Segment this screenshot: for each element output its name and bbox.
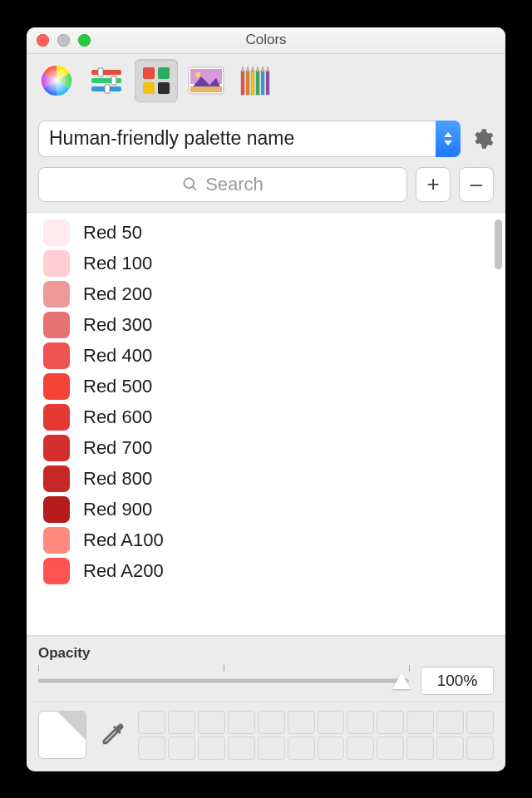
color-list: Red 50Red 100Red 200Red 300Red 400Red 50…	[27, 212, 505, 636]
opacity-label: Opacity	[38, 645, 494, 662]
swatch-well[interactable]	[466, 711, 494, 734]
color-name: Red 500	[83, 376, 152, 397]
color-swatch	[43, 496, 70, 523]
gear-icon[interactable]	[470, 127, 494, 150]
color-row[interactable]: Red 900	[27, 495, 505, 525]
zoom-button[interactable]	[78, 34, 91, 47]
swatch-well[interactable]	[347, 711, 374, 734]
opacity-slider[interactable]	[38, 672, 409, 690]
add-color-button[interactable]: +	[416, 167, 451, 202]
color-swatch	[43, 466, 70, 492]
image-icon	[188, 66, 224, 95]
swatch-wells	[138, 711, 494, 760]
current-color-well[interactable]	[38, 711, 86, 759]
svg-rect-8	[158, 67, 170, 79]
svg-rect-7	[143, 67, 155, 79]
close-button[interactable]	[37, 34, 49, 47]
color-row[interactable]: Red 300	[27, 310, 505, 341]
svg-rect-4	[98, 68, 103, 76]
swatch-well[interactable]	[228, 736, 255, 760]
swatch-well[interactable]	[406, 711, 434, 734]
swatch-well[interactable]	[168, 736, 195, 760]
color-name: Red 700	[83, 437, 152, 459]
swatch-well[interactable]	[466, 736, 494, 760]
svg-marker-27	[266, 66, 269, 71]
scrollbar-thumb[interactable]	[495, 219, 502, 269]
swatch-well[interactable]	[377, 711, 404, 734]
swatch-well[interactable]	[347, 736, 374, 760]
color-row[interactable]: Red 400	[27, 341, 505, 372]
minimize-button[interactable]	[57, 34, 70, 47]
color-row[interactable]: Red 700	[27, 433, 505, 464]
swatch-well[interactable]	[198, 736, 225, 760]
mode-palettes[interactable]	[135, 59, 178, 102]
color-name: Red 400	[83, 345, 152, 367]
color-swatch	[43, 558, 70, 584]
swatch-well[interactable]	[138, 736, 165, 760]
opacity-value[interactable]: 100%	[421, 667, 494, 695]
search-input[interactable]: Search	[38, 167, 407, 202]
svg-rect-1	[91, 70, 121, 75]
color-name: Red 100	[83, 253, 152, 274]
swatch-well[interactable]	[168, 711, 195, 734]
color-name: Red 50	[83, 222, 142, 244]
color-name: Red A200	[83, 560, 164, 582]
mode-pencils[interactable]	[234, 59, 278, 102]
swatch-well[interactable]	[258, 736, 285, 760]
search-row: Search + –	[27, 164, 505, 212]
svg-marker-17	[241, 66, 244, 71]
color-swatch	[43, 312, 70, 338]
opacity-section: Opacity 100%	[27, 636, 505, 702]
dropdown-stepper[interactable]	[436, 121, 461, 157]
eyedropper-icon[interactable]	[98, 721, 126, 749]
color-name: Red 200	[83, 283, 152, 305]
swatch-footer	[27, 702, 505, 771]
swatch-well[interactable]	[228, 711, 255, 734]
chevron-up-icon	[444, 132, 452, 137]
svg-rect-24	[261, 71, 264, 95]
swatch-well[interactable]	[288, 711, 315, 734]
swatch-well[interactable]	[377, 736, 404, 760]
color-row[interactable]: Red 50	[27, 218, 505, 249]
color-row[interactable]: Red 100	[27, 249, 505, 279]
swatch-well[interactable]	[436, 711, 464, 734]
remove-color-button[interactable]: –	[459, 167, 494, 202]
svg-marker-25	[261, 66, 264, 71]
swatch-well[interactable]	[198, 711, 225, 734]
palette-dropdown[interactable]: Human-friendly palette name	[38, 121, 461, 157]
window-controls	[37, 34, 91, 47]
slider-ticks	[38, 665, 409, 672]
svg-marker-21	[251, 66, 254, 71]
color-row[interactable]: Red 800	[27, 464, 505, 495]
mode-color-wheel[interactable]	[35, 59, 78, 102]
palette-dropdown-value: Human-friendly palette name	[49, 127, 294, 150]
svg-rect-6	[105, 85, 110, 93]
color-name: Red A100	[83, 530, 164, 551]
mode-sliders[interactable]	[85, 59, 128, 102]
slider-track	[38, 678, 409, 682]
swatch-well[interactable]	[406, 736, 434, 760]
color-row[interactable]: Red 200	[27, 279, 505, 310]
svg-rect-9	[143, 82, 155, 94]
svg-point-0	[42, 66, 71, 96]
color-row[interactable]: Red A200	[27, 556, 505, 587]
swatch-well[interactable]	[258, 711, 285, 734]
color-row[interactable]: Red 500	[27, 372, 505, 402]
swatch-well[interactable]	[288, 736, 315, 760]
swatch-well[interactable]	[138, 711, 165, 734]
pencils-icon	[239, 65, 273, 96]
color-swatch	[43, 527, 70, 554]
color-row[interactable]: Red 600	[27, 402, 505, 433]
color-swatch	[43, 342, 70, 369]
swatch-well[interactable]	[436, 736, 464, 760]
swatch-well[interactable]	[318, 711, 345, 734]
swatch-well[interactable]	[318, 736, 345, 760]
slider-knob[interactable]	[392, 672, 411, 689]
color-swatch	[43, 373, 70, 400]
mode-image[interactable]	[185, 59, 228, 102]
picker-mode-toolbar	[27, 54, 505, 109]
search-placeholder: Search	[205, 174, 264, 195]
chevron-down-icon	[444, 140, 452, 145]
svg-point-15	[195, 72, 200, 77]
color-row[interactable]: Red A100	[27, 525, 505, 556]
